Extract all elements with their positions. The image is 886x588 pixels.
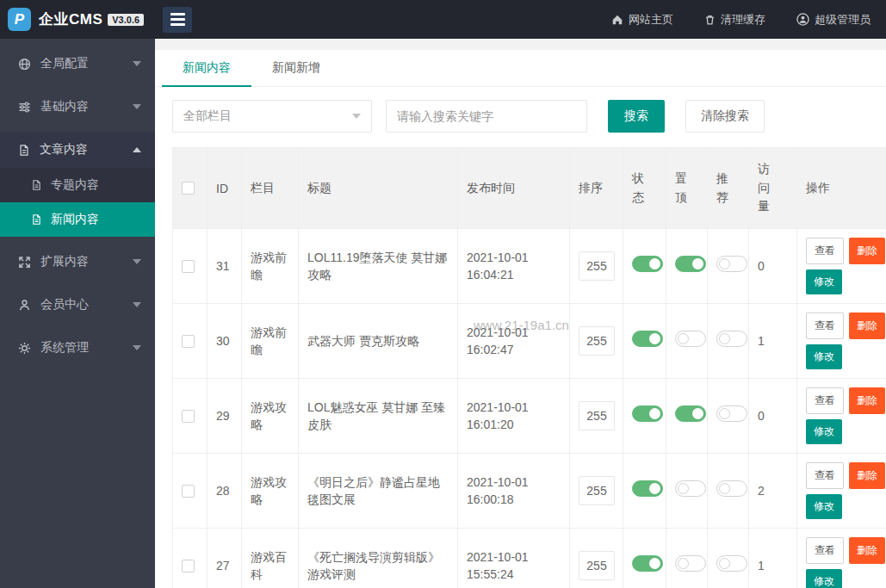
status-toggle[interactable] [632, 555, 663, 572]
top-toggle[interactable] [675, 480, 706, 497]
app-title: 企业CMS [39, 9, 102, 29]
top-toggle[interactable] [675, 331, 706, 347]
sidebar-item-basic-content[interactable]: 基础内容 [0, 89, 155, 125]
sort-input[interactable] [579, 326, 615, 356]
search-input[interactable] [386, 100, 587, 133]
row-checkbox[interactable] [182, 260, 195, 273]
recommend-toggle[interactable] [716, 256, 747, 272]
content-card: 新闻内容 新闻新增 全部栏目 搜索 清除搜索 www.21-19a1.cn [155, 50, 886, 588]
delete-button[interactable]: 删除 [849, 462, 885, 489]
row-status-cell [623, 529, 666, 588]
view-button[interactable]: 查看 [806, 462, 844, 489]
edit-button[interactable]: 修改 [806, 419, 842, 444]
row-top-cell [666, 529, 708, 588]
chevron-down-icon [133, 61, 141, 66]
delete-button[interactable]: 删除 [849, 387, 885, 414]
status-toggle[interactable] [632, 256, 663, 272]
view-button[interactable]: 查看 [806, 313, 844, 339]
col-status: 状态 [623, 148, 666, 229]
clear-search-button[interactable]: 清除搜索 [685, 100, 765, 133]
chevron-up-icon [133, 147, 141, 152]
top-header: P 企业CMS V3.0.6 网站主页 清理缓存 超级管理员 [0, 0, 886, 39]
row-checkbox[interactable] [182, 410, 195, 423]
header-select-all [173, 148, 208, 229]
edit-button[interactable]: 修改 [806, 494, 842, 519]
nav-site-home[interactable]: 网站主页 [596, 0, 689, 39]
row-sort-cell [570, 304, 623, 379]
table-header-row: ID 栏目 标题 发布时间 排序 状态 置顶 推荐 访问量 操作 [173, 148, 886, 229]
top-toggle[interactable] [675, 555, 706, 572]
edit-button[interactable]: 修改 [806, 344, 842, 369]
sidebar-item-extended-content[interactable]: 扩展内容 [0, 244, 155, 280]
expand-icon [18, 256, 31, 269]
row-recommend-cell [708, 454, 749, 529]
col-sort: 排序 [570, 148, 623, 229]
document-icon [18, 144, 30, 157]
edit-button[interactable]: 修改 [806, 569, 842, 588]
col-recommend: 推荐 [708, 148, 749, 229]
search-button[interactable]: 搜索 [608, 100, 665, 133]
menu-toggle-button[interactable] [163, 7, 192, 33]
row-sort-cell [570, 379, 623, 454]
row-top-cell [666, 304, 708, 379]
sidebar-item-system-management[interactable]: 系统管理 [0, 330, 155, 366]
sidebar-item-topic-content[interactable]: 专题内容 [0, 168, 155, 202]
top-toggle[interactable] [675, 256, 706, 272]
row-checkbox[interactable] [182, 560, 195, 573]
version-badge: V3.0.6 [108, 14, 144, 26]
sidebar-item-member-center[interactable]: 会员中心 [0, 287, 155, 323]
view-button[interactable]: 查看 [806, 387, 844, 414]
sort-input[interactable] [579, 251, 615, 281]
row-checkbox[interactable] [182, 485, 195, 498]
sort-input[interactable] [579, 476, 615, 505]
tab-news-list[interactable]: 新闻内容 [162, 50, 251, 86]
status-toggle[interactable] [632, 480, 663, 497]
sort-input[interactable] [579, 551, 615, 580]
document-icon [31, 179, 42, 191]
row-sort-cell [570, 529, 623, 588]
globe-icon [18, 58, 31, 71]
select-all-checkbox[interactable] [182, 182, 195, 195]
news-table: www.21-19a1.cn ID 栏目 标题 发布时间 排序 状态 [172, 147, 886, 588]
sidebar-item-news-content[interactable]: 新闻内容 [0, 202, 155, 237]
view-button[interactable]: 查看 [806, 238, 844, 264]
row-actions-cell: 查看 删除 修改 [797, 529, 886, 588]
trash-icon [704, 14, 716, 26]
nav-admin-user[interactable]: 超级管理员 [781, 0, 886, 39]
table-row: 31 游戏前瞻 LOL11.19堕落天使 莫甘娜攻略 2021-10-01 16… [173, 229, 886, 304]
tab-news-add[interactable]: 新闻新增 [251, 50, 341, 86]
delete-button[interactable]: 删除 [849, 238, 885, 264]
sidebar-item-article-content[interactable]: 文章内容 [0, 132, 155, 168]
sidebar-item-global-config[interactable]: 全局配置 [0, 46, 155, 82]
row-recommend-cell [708, 379, 749, 454]
status-toggle[interactable] [632, 331, 663, 347]
view-button[interactable]: 查看 [806, 537, 844, 564]
recommend-toggle[interactable] [716, 405, 747, 422]
row-sort-cell [570, 454, 623, 529]
delete-button[interactable]: 删除 [849, 313, 885, 339]
col-actions: 操作 [797, 148, 886, 229]
row-id: 27 [208, 529, 242, 588]
nav-clear-cache[interactable]: 清理缓存 [689, 0, 781, 39]
row-actions-cell: 查看 删除 修改 [797, 379, 886, 454]
edit-button[interactable]: 修改 [806, 269, 842, 294]
row-id: 28 [208, 454, 242, 529]
row-top-cell [666, 454, 708, 529]
member-icon [18, 299, 31, 312]
row-select-cell [173, 454, 208, 529]
category-select[interactable]: 全部栏目 [172, 100, 372, 133]
row-checkbox[interactable] [182, 335, 195, 348]
row-publish-time: 2021-10-01 16:01:20 [458, 379, 570, 454]
recommend-toggle[interactable] [716, 331, 747, 347]
delete-button[interactable]: 删除 [849, 537, 885, 564]
col-visits: 访问量 [749, 148, 797, 229]
table-row: 27 游戏百科 《死亡搁浅导演剪辑版》游戏评测 2021-10-01 15:55… [173, 529, 886, 588]
recommend-toggle[interactable] [716, 555, 747, 572]
col-id: ID [208, 148, 242, 229]
row-category: 游戏攻略 [242, 379, 299, 454]
recommend-toggle[interactable] [716, 480, 747, 497]
top-toggle[interactable] [675, 405, 706, 422]
status-toggle[interactable] [632, 405, 663, 422]
sort-input[interactable] [579, 401, 615, 430]
row-category: 游戏百科 [242, 529, 299, 588]
